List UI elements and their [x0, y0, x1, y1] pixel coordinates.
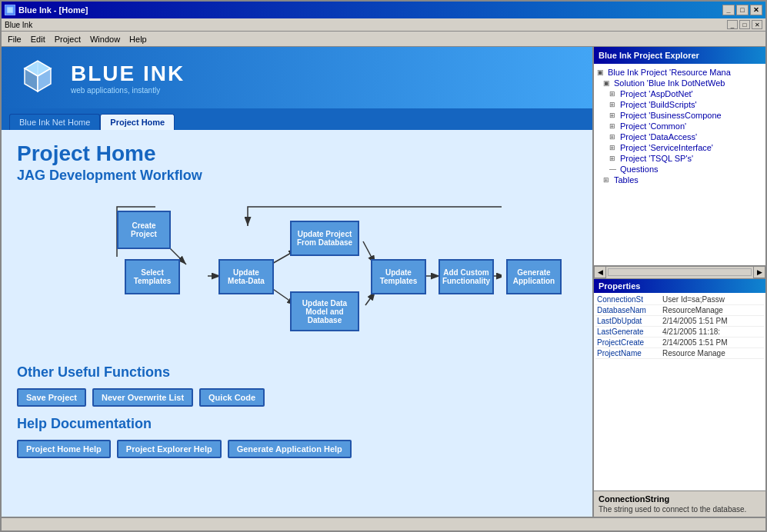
tree-label-solution: Solution 'Blue Ink DotNetWeb [614, 78, 725, 88]
tree-label-tsql: Project 'TSQL SP's' [620, 154, 693, 163]
never-overwrite-button[interactable]: Never Overwrite List [92, 388, 193, 407]
wf-box-select[interactable]: SelectTemplates [125, 259, 180, 294]
workflow-diagram: CreateProject SelectTemplates UpdateMeta… [17, 191, 577, 353]
wf-box-generate[interactable]: GenerateApplication [506, 259, 562, 294]
title-bar: Blue Ink - [Home] _ □ ✕ [2, 2, 765, 18]
prop-key-projname: ProjectName [597, 349, 662, 357]
help-title: Help Documentation [17, 416, 577, 432]
prop-key-lastgen: LastGenerate [597, 328, 662, 336]
app-header: BLUE INK web applications, instantly [2, 47, 592, 108]
left-panel: BLUE INK web applications, instantly Blu… [2, 47, 592, 517]
prop-projectcreate: ProjectCreate 2/14/2005 1:51 PM [595, 337, 764, 348]
prop-connectionst: ConnectionSt User Id=sa;Passw [595, 294, 764, 305]
expand-dataaccess: ⊞ [609, 133, 620, 141]
expand-tsql: ⊞ [609, 155, 620, 162]
tab-home[interactable]: Blue Ink Net Home [9, 114, 100, 130]
tree-item-common[interactable]: ⊞ Project 'Common' [597, 121, 762, 131]
tree-label-tables: Tables [614, 175, 639, 185]
expand-questions: — [609, 165, 620, 173]
menu-window[interactable]: Window [85, 33, 125, 45]
right-panel: Blue Ink Project Explorer ▣ Blue Ink Pro… [592, 47, 765, 517]
scroll-right[interactable]: ▶ [753, 266, 765, 278]
menu-help[interactable]: Help [125, 33, 152, 45]
expand-service: ⊞ [609, 144, 620, 151]
project-explorer-help-button[interactable]: Project Explorer Help [117, 440, 222, 458]
workflow-title: JAG Development Workflow [17, 168, 577, 184]
tabs-bar: Blue Ink Net Home Project Home [2, 108, 592, 130]
tree-item-dataaccess[interactable]: ⊞ Project 'DataAccess' [597, 131, 762, 142]
tree-label-root: Blue Ink Project 'Resource Mana [608, 68, 731, 77]
expand-tables: ⊞ [603, 176, 614, 184]
inner-maximize[interactable]: □ [739, 20, 750, 29]
maximize-button[interactable]: □ [736, 5, 749, 15]
prop-val-projname: Resource Manage [662, 349, 725, 357]
expand-business: ⊞ [609, 111, 620, 119]
status-bar [2, 517, 765, 530]
wf-box-meta[interactable]: UpdateMeta-Data [218, 259, 274, 294]
tree-scrollbar[interactable]: ◀ ▶ [594, 267, 765, 279]
inner-controls: _ □ ✕ [727, 20, 762, 29]
tree-label-common: Project 'Common' [620, 121, 686, 131]
inner-close[interactable]: ✕ [752, 20, 762, 29]
title-bar-left: Blue Ink - [Home] [5, 5, 88, 15]
tab-project-home[interactable]: Project Home [100, 114, 175, 130]
tree-item-tsql[interactable]: ⊞ Project 'TSQL SP's' [597, 153, 762, 164]
tree-label-aspdotnet: Project 'AspDotNet' [620, 89, 693, 98]
prop-val-lastdb: 2/14/2005 1:51 PM [662, 317, 728, 325]
tree-item-service[interactable]: ⊞ Project 'ServiceInterface' [597, 142, 762, 153]
close-button[interactable]: ✕ [750, 5, 762, 15]
project-home-help-button[interactable]: Project Home Help [17, 440, 111, 458]
wf-box-templates[interactable]: UpdateTemplates [371, 259, 426, 294]
menu-file[interactable]: File [3, 33, 26, 45]
tree-item-aspdotnet[interactable]: ⊞ Project 'AspDotNet' [597, 88, 762, 99]
properties-area: ConnectionSt User Id=sa;Passw DatabaseNa… [594, 293, 765, 491]
tree-item-solution[interactable]: ▣ Solution 'Blue Ink DotNetWeb [597, 78, 762, 88]
tree-item-buildscripts[interactable]: ⊞ Project 'BuildScripts' [597, 99, 762, 110]
prop-key-connst: ConnectionSt [597, 295, 662, 304]
svg-rect-0 [7, 7, 13, 13]
page-title: Project Home [17, 141, 577, 166]
tree-item-tables[interactable]: ⊞ Tables [597, 175, 762, 185]
minimize-button[interactable]: _ [722, 5, 735, 15]
tree-label-service: Project 'ServiceInterface' [620, 143, 713, 152]
logo-text: BLUE INK web applications, instantly [71, 62, 185, 95]
expand-aspdotnet: ⊞ [609, 90, 620, 98]
scroll-track[interactable] [608, 268, 752, 276]
menu-bar: File Edit Project Window Help [2, 32, 765, 47]
expand-buildscripts: ⊞ [609, 101, 620, 108]
save-project-button[interactable]: Save Project [17, 388, 86, 407]
tree-item-questions[interactable]: — Questions [597, 164, 762, 175]
prop-lastdbupdate: LastDbUpdat 2/14/2005 1:51 PM [595, 316, 764, 327]
explorer-title: Blue Ink Project Explorer [594, 47, 765, 64]
generate-app-help-button[interactable]: Generate Application Help [228, 440, 352, 458]
menu-edit[interactable]: Edit [26, 33, 50, 45]
tree-area[interactable]: ▣ Blue Ink Project 'Resource Mana ▣ Solu… [594, 64, 765, 267]
inner-minimize[interactable]: _ [727, 20, 738, 29]
logo-title: BLUE INK [71, 62, 185, 86]
main-window: Blue Ink - [Home] _ □ ✕ Blue Ink _ □ ✕ F… [0, 0, 767, 532]
expand-root: ▣ [597, 68, 608, 76]
wf-box-proj-db[interactable]: Update ProjectFrom Database [290, 221, 359, 256]
cs-desc: The string used to connect to the databa… [599, 505, 761, 514]
wf-box-create[interactable]: CreateProject [117, 211, 171, 249]
prop-lastgenerate: LastGenerate 4/21/2005 11:18: [595, 327, 764, 337]
wf-box-custom[interactable]: Add CustomFunctionality [439, 259, 494, 294]
logo-subtitle: web applications, instantly [71, 86, 185, 95]
main-area: BLUE INK web applications, instantly Blu… [2, 47, 765, 517]
inner-title: Blue Ink [5, 21, 32, 29]
tree-label-business: Project 'BusinessCompone [620, 111, 722, 120]
wf-box-data-model[interactable]: Update DataModel andDatabase [290, 291, 359, 331]
scroll-left[interactable]: ◀ [594, 266, 606, 278]
expand-solution: ▣ [603, 79, 614, 87]
expand-common: ⊞ [609, 122, 620, 130]
prop-key-projcreate: ProjectCreate [597, 338, 662, 347]
prop-key-dbname: DatabaseNam [597, 306, 662, 314]
menu-project[interactable]: Project [50, 33, 85, 45]
logo-cube [17, 57, 59, 99]
quick-code-button[interactable]: Quick Code [199, 388, 265, 407]
tree-item-business[interactable]: ⊞ Project 'BusinessCompone [597, 110, 762, 121]
tree-label-dataaccess: Project 'DataAccess' [620, 132, 697, 141]
prop-val-connst: User Id=sa;Passw [662, 295, 725, 304]
prop-dbname: DatabaseNam ResourceManage [595, 305, 764, 316]
tree-item-root[interactable]: ▣ Blue Ink Project 'Resource Mana [597, 67, 762, 78]
